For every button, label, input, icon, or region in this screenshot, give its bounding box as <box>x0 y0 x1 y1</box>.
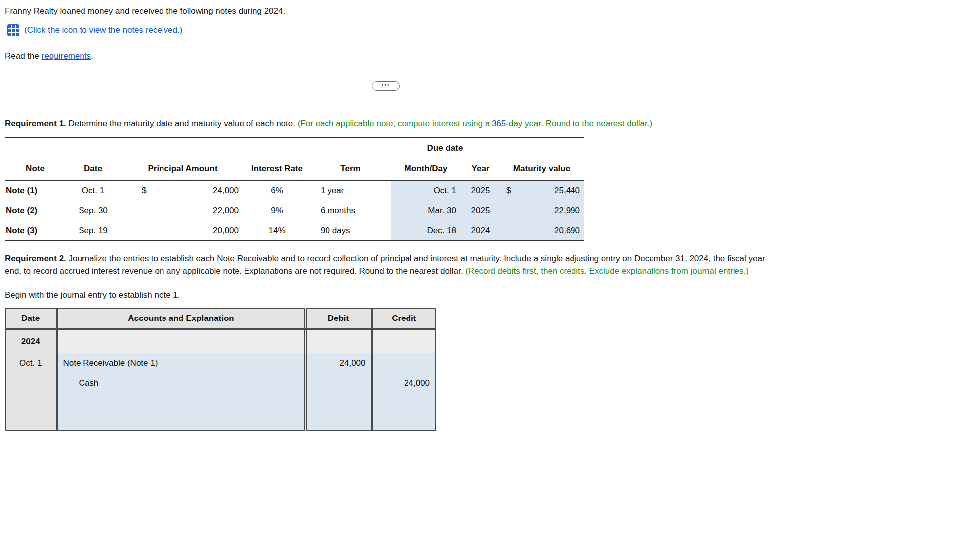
term-cell: 6 months <box>311 201 391 221</box>
maturity-amount: 25,440 <box>554 186 580 196</box>
requirements-link[interactable]: requirements <box>42 51 91 61</box>
maturity-value-cell[interactable]: $25,440 <box>499 180 584 201</box>
journal-account-cell <box>57 329 305 353</box>
requirement-1-days-365: 365 <box>492 119 506 128</box>
journal-header-row: Date Accounts and Explanation Debit Cred… <box>5 309 435 329</box>
intro-text: Franny Realty loaned money and received … <box>5 5 980 18</box>
due-date-header: Due date <box>391 138 499 158</box>
note-row-1: Note (1) Oct. 1 $24,000 6% 1 year Oct. 1… <box>5 180 584 201</box>
maturity-value-cell[interactable]: 20,690 <box>499 221 584 241</box>
principal-amount-cell: 20,000 <box>122 221 244 241</box>
journal-blank-row <box>5 393 435 430</box>
journal-header-credit: Credit <box>372 309 435 329</box>
header-principal: Principal Amount <box>122 158 244 180</box>
note-date-cell: Sep. 19 <box>65 221 122 241</box>
requirement-2: Requirement 2. Journalize the entries to… <box>5 252 778 278</box>
interest-rate-cell: 14% <box>244 221 311 241</box>
journal-year-row: 2024 <box>5 329 435 353</box>
section-divider: ••• <box>0 86 980 86</box>
journal-debit-cell[interactable] <box>305 393 372 430</box>
interest-rate-cell: 9% <box>244 201 311 221</box>
header-interest-rate: Interest Rate <box>244 158 311 180</box>
ellipsis-dots: ••• <box>382 83 390 88</box>
due-month-day-cell[interactable]: Dec. 18 <box>391 221 461 241</box>
note-label-cell: Note (1) <box>5 180 65 201</box>
journal-account-cell[interactable]: Note Receivable (Note 1) <box>57 353 305 374</box>
header-term: Term <box>311 158 391 180</box>
notes-icon-caption[interactable]: (Click the icon to view the notes receiv… <box>24 25 182 35</box>
note-row-3: Note (3) Sep. 19 20,000 14% 90 days Dec.… <box>5 221 584 241</box>
due-year-cell[interactable]: 2025 <box>461 180 499 201</box>
journal-entry-table: Date Accounts and Explanation Debit Cred… <box>5 308 436 431</box>
principal-amount-cell: 22,000 <box>122 201 244 221</box>
journal-year-cell: 2024 <box>5 329 57 353</box>
journal-date-cell <box>5 373 57 393</box>
journal-account-cell[interactable]: Cash <box>57 373 305 393</box>
journal-credit-cell[interactable] <box>372 353 435 374</box>
due-date-spacer-right <box>499 138 584 158</box>
term-cell: 90 days <box>311 221 391 241</box>
note-label-cell: Note (2) <box>5 201 65 221</box>
notes-icon-row: (Click the icon to view the notes receiv… <box>7 24 980 37</box>
requirement-1-note-green-2: -day year. Round to the nearest dollar.) <box>506 119 652 128</box>
journal-debit-cell[interactable] <box>305 373 372 393</box>
due-date-header-row: Due date <box>5 138 584 158</box>
journal-row-credit: Cash 24,000 <box>5 373 435 393</box>
note-label-cell: Note (3) <box>5 221 65 241</box>
journal-row-debit: Oct. 1 Note Receivable (Note 1) 24,000 <box>5 353 435 374</box>
maturity-amount: 22,990 <box>554 206 580 216</box>
journal-header-accounts: Accounts and Explanation <box>57 309 305 329</box>
note-row-2: Note (2) Sep. 30 22,000 9% 6 months Mar.… <box>5 201 584 221</box>
journal-credit-cell[interactable] <box>372 393 435 430</box>
read-requirements-line: Read the requirements. <box>5 50 980 63</box>
ellipsis-toggle[interactable]: ••• <box>372 81 400 91</box>
maturity-value-cell[interactable]: 22,990 <box>499 201 584 221</box>
requirement-2-label: Requirement 2. <box>5 254 66 263</box>
requirement-1-label: Requirement 1. <box>5 119 66 128</box>
due-month-day-cell[interactable]: Mar. 30 <box>391 201 461 221</box>
principal-amount: 22,000 <box>213 206 239 216</box>
note-date-cell: Sep. 30 <box>65 201 122 221</box>
due-date-spacer-left <box>5 138 391 158</box>
notes-maturity-table: Due date Note Date Principal Amount Inte… <box>5 137 584 241</box>
term-cell: 1 year <box>311 180 391 201</box>
requirement-2-note-green: (Record debits first, then credits. Excl… <box>465 266 749 276</box>
requirement-1-instruction: Determine the maturity date and maturity… <box>66 119 298 128</box>
notes-column-header-row: Note Date Principal Amount Interest Rate… <box>5 158 584 180</box>
interest-rate-cell: 6% <box>244 180 311 201</box>
journal-credit-cell <box>372 329 435 353</box>
begin-instruction: Begin with the journal entry to establis… <box>5 289 980 302</box>
header-date: Date <box>65 158 122 180</box>
exercise-page: Franny Realty loaned money and received … <box>0 0 980 556</box>
due-month-day-cell[interactable]: Oct. 1 <box>391 180 461 201</box>
principal-amount-cell: $24,000 <box>122 180 244 201</box>
currency-symbol: $ <box>506 186 511 196</box>
journal-date-cell <box>5 393 57 430</box>
read-suffix: . <box>91 51 93 61</box>
journal-date-cell: Oct. 1 <box>5 353 57 374</box>
journal-credit-cell[interactable]: 24,000 <box>372 373 435 393</box>
notes-table-icon[interactable] <box>7 24 20 37</box>
note-date-cell: Oct. 1 <box>65 180 122 201</box>
journal-debit-cell[interactable]: 24,000 <box>305 353 372 374</box>
header-note: Note <box>5 158 65 180</box>
principal-amount: 24,000 <box>213 186 239 196</box>
header-year: Year <box>461 158 499 180</box>
read-prefix: Read the <box>5 51 42 61</box>
due-year-cell[interactable]: 2024 <box>461 221 499 241</box>
requirement-1-note-green-1: (For each applicable note, compute inter… <box>298 119 492 128</box>
header-month-day: Month/Day <box>391 158 461 180</box>
requirement-1: Requirement 1. Determine the maturity da… <box>5 117 731 130</box>
principal-amount: 20,000 <box>213 226 239 236</box>
journal-header-debit: Debit <box>305 309 372 329</box>
journal-account-cell[interactable] <box>57 393 305 430</box>
header-maturity-value: Maturity value <box>499 158 584 180</box>
journal-header-date: Date <box>5 309 57 329</box>
currency-symbol: $ <box>142 186 146 196</box>
due-year-cell[interactable]: 2025 <box>461 201 499 221</box>
maturity-amount: 20,690 <box>554 226 580 236</box>
journal-debit-cell <box>305 329 372 353</box>
